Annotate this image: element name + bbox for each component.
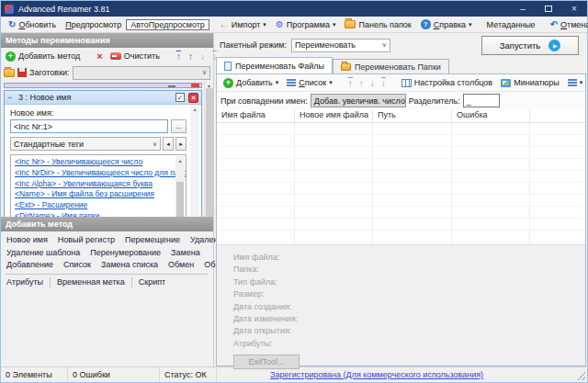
tag-link[interactable]: <DirName> - Имя папки [15,211,174,217]
method-link[interactable]: Удаление шаблона [6,248,80,257]
presets-label: Заготовки: [29,68,70,77]
detail-label: Атрибуты: [233,338,585,350]
new-name-input[interactable]: <Inc Nr:1> [10,119,168,133]
file-table-body[interactable] [217,123,585,244]
tags-next-button[interactable]: ▸ [175,137,187,151]
tags-prev-button[interactable]: ◂ [163,137,174,151]
method-link[interactable]: Добавление [6,260,53,269]
program-label: Программа [287,20,330,29]
tag-list-scrollbar[interactable]: ▴ ▾ [175,156,185,217]
file-move-down-button[interactable]: ↓ [368,78,377,88]
file-move-bottom-button[interactable]: ↓ [379,78,388,88]
move-down-button[interactable]: ↓ [198,51,207,62]
method-link[interactable]: Замена списка [101,260,158,269]
scroll-up-icon[interactable]: ▴ [208,82,210,88]
tag-link[interactable]: <Inc Nr> - Увеличивающееся число [15,157,174,168]
chevron-down-icon: ∨ [202,69,207,76]
refresh-button[interactable]: ↻ Обновить [4,18,61,30]
columns-setup-label: Настройка столбцов [414,78,492,87]
detail-label: Дата создания: [233,301,585,313]
methods-toolbar: + Добавить метод × Очистить ↑ ↑ ↓ ↓ [1,48,213,64]
method-link[interactable]: Перенумерование [90,248,161,257]
metadata-label: Метаданные [487,20,536,29]
detail-label: Папка: [233,264,585,276]
collapse-icon[interactable]: − [7,93,15,102]
tab-rename-folders[interactable]: Переименовать Папки [333,59,449,73]
method-close-button[interactable]: × [188,93,198,103]
remove-method-button[interactable]: × [95,51,104,62]
license-link[interactable]: Зарегистрирована (Для коммерческого испо… [270,370,483,379]
scrollbar-thumb[interactable] [176,182,184,217]
list-menu-button[interactable]: Список ▾ [284,77,334,88]
minimize-button[interactable]: – [510,1,536,17]
scroll-up-icon[interactable]: ▴ [193,106,196,112]
start-batch-button[interactable]: Запустить ▶ [481,36,579,55]
thumbnails-button[interactable]: Миниатюры [498,77,562,88]
help-button[interactable]: ? Справка ▾ [416,18,477,30]
column-header-newname[interactable]: Новое имя файла [295,109,373,122]
tag-link[interactable]: <Ext> - Расширение [15,200,174,211]
presets-row: Заготовки: ∨ [1,64,213,81]
browse-button[interactable]: ... [171,119,187,133]
exiftool-button[interactable]: ExifTool... [233,355,300,369]
tag-link[interactable]: <Inc Alpha> - Увеличивающаяся буква [15,179,174,190]
import-label: Импорт [232,20,260,29]
maximize-button[interactable] [536,1,561,17]
columns-setup-button[interactable]: Настройка столбцов [399,77,495,88]
tag-link[interactable]: <Inc NrDir> - Увеличивающееся число для … [15,168,174,179]
move-top-button[interactable]: ↑ [175,51,183,62]
method-enabled-checkbox[interactable]: ✓ [175,93,185,102]
chevron-down-icon: ▾ [580,79,583,86]
method-link[interactable]: Атрибуты [6,276,43,288]
tab-rename-files[interactable]: Переименовать Файлы [216,57,333,73]
add-method-button[interactable]: + Добавить метод [4,51,82,62]
method-link[interactable]: Новое имя [6,235,48,244]
batch-mode-select[interactable]: Переименовать ∨ [291,39,390,52]
method-link[interactable]: Обмен [168,260,194,269]
autopreview-toggle[interactable]: АвтоПредпросмотр [126,19,209,30]
methods-scrollbar[interactable]: ▴ ▾ [204,81,213,217]
preview-button[interactable]: Предпросмотр [61,19,126,30]
file-move-top-button[interactable]: ↑ [346,78,355,88]
column-header-filename[interactable]: Имя файла [217,109,295,122]
open-preset-icon[interactable] [4,69,15,77]
folder-panel-button[interactable]: Панель папок [340,19,415,30]
move-up-button[interactable]: ↑ [187,51,195,62]
add-files-button[interactable]: + Добавить ▾ [220,77,281,89]
method-2-partial[interactable] [4,83,202,88]
clear-methods-button[interactable]: Очистить [108,51,162,62]
method-link[interactable]: Временная метка [57,276,125,288]
folder-icon [341,63,351,71]
sort-menu-button[interactable]: ▾ [565,78,586,88]
method-body-scrollbar[interactable]: ▴ ▾ [190,105,199,217]
method-link[interactable]: Перемещение [125,235,180,244]
separator-label: Разделитель: [409,96,460,106]
tag-category-select[interactable]: Стандартные теги ∨ [10,137,161,151]
method-link[interactable]: Замена [171,248,200,257]
method-3-header[interactable]: − 3 : Новое имя ✓ × [5,91,201,105]
method-link[interactable]: Новый регистр [58,235,115,244]
method-link[interactable]: Список [63,260,91,269]
presets-select[interactable]: ∨ [73,66,210,80]
resize-grip[interactable] [577,372,585,380]
column-header-path[interactable]: Путь [373,109,452,122]
divider [131,277,132,287]
scroll-up-icon[interactable]: ▴ [178,157,181,163]
main-toolbar: ↻ Обновить Предпросмотр АвтоПредпросмотр… [1,17,587,33]
file-icon [224,62,232,71]
column-header-error[interactable]: Ошибка [452,109,530,122]
save-preset-icon[interactable] [17,68,27,77]
close-button[interactable]: × [561,1,587,17]
import-button[interactable]: ← Импорт ▾ [215,18,271,30]
program-button[interactable]: ⚙ Программа ▾ [271,18,341,30]
tag-link[interactable]: <Name> - Имя файла без расширения [15,189,174,200]
metadata-button[interactable]: Метаданные [482,19,540,30]
file-move-up-button[interactable]: ↑ [357,78,366,88]
column-line [372,123,373,244]
collision-select[interactable]: Добав. увеличив. число ∨ [311,94,406,107]
status-items-count: 0 Элементы [1,367,68,382]
scrollbar-thumb[interactable] [206,88,213,217]
separator-input[interactable]: _ [463,94,500,107]
undo-button[interactable]: ↶ Отмена изменений... [546,18,588,30]
method-link[interactable]: Скрипт [139,276,165,288]
